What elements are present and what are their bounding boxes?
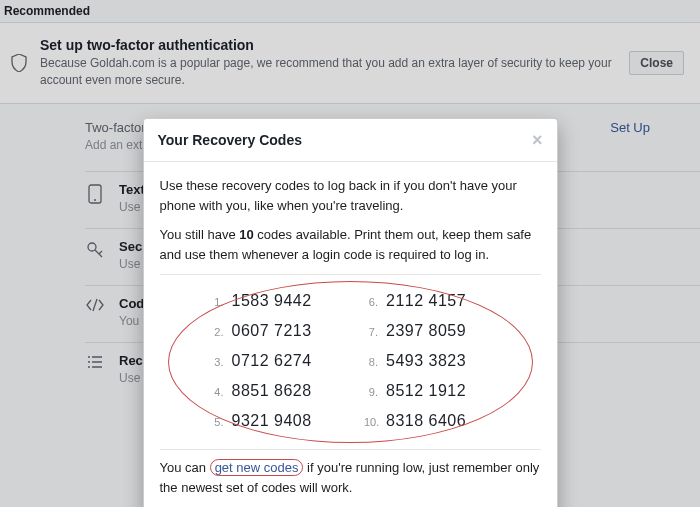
- recovery-code: 4.8851 8628: [210, 379, 337, 403]
- close-icon[interactable]: ×: [532, 131, 543, 149]
- modal-intro: Use these recovery codes to log back in …: [160, 176, 541, 215]
- recovery-code: 1.1583 9442: [210, 289, 337, 313]
- recovery-code: 5.9321 9408: [210, 409, 337, 433]
- recovery-code: 3.0712 6274: [210, 349, 337, 373]
- modal-count: You still have 10 codes available. Print…: [160, 225, 541, 264]
- get-new-codes-link[interactable]: get new codes: [210, 459, 304, 476]
- recovery-code: 10.8318 6406: [364, 409, 491, 433]
- recovery-codes-modal: Your Recovery Codes × Use these recovery…: [143, 118, 558, 507]
- recovery-code: 9.8512 1912: [364, 379, 491, 403]
- modal-title: Your Recovery Codes: [158, 132, 302, 148]
- modal-overlay: Your Recovery Codes × Use these recovery…: [0, 0, 700, 507]
- recovery-code: 8.5493 3823: [364, 349, 491, 373]
- codes-block: 1.1583 94426.2112 41572.0607 72137.2397 …: [160, 274, 541, 450]
- recovery-code: 7.2397 8059: [364, 319, 491, 343]
- modal-getnew: You can get new codes if you're running …: [160, 458, 541, 497]
- recovery-code: 6.2112 4157: [364, 289, 491, 313]
- recovery-code: 2.0607 7213: [210, 319, 337, 343]
